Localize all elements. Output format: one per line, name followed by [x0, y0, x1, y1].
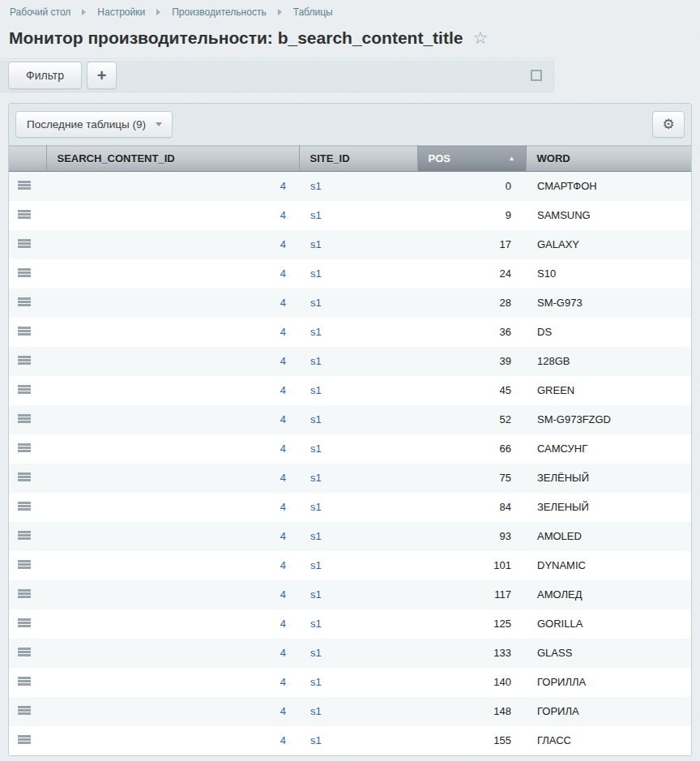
row-menu-icon[interactable] — [18, 356, 31, 365]
row-menu-icon[interactable] — [18, 706, 31, 715]
search-content-id-link[interactable]: 4 — [280, 442, 286, 455]
word-cell: SM-G973 — [526, 289, 691, 318]
site-id-link[interactable]: s1 — [310, 705, 322, 717]
breadcrumb-link-settings[interactable]: Настройки — [97, 6, 145, 18]
site-id-link[interactable]: s1 — [310, 209, 322, 221]
panel-toggle-icon[interactable] — [531, 70, 542, 81]
row-menu-cell — [9, 230, 46, 259]
site-id-link[interactable]: s1 — [310, 501, 322, 513]
search-content-id-link[interactable]: 4 — [280, 355, 286, 367]
word-cell: АМОЛЕД — [526, 580, 691, 609]
row-menu-icon[interactable] — [18, 268, 31, 277]
row-menu-cell — [9, 289, 46, 318]
site-id-link[interactable]: s1 — [310, 326, 322, 338]
word-cell: САМСУНГ — [526, 434, 691, 464]
row-menu-icon[interactable] — [18, 648, 31, 656]
table-row: 4 s1 45 GREEN — [9, 376, 691, 405]
row-menu-icon[interactable] — [18, 502, 31, 511]
site-id-link[interactable]: s1 — [310, 588, 322, 601]
search-content-id-link[interactable]: 4 — [280, 734, 286, 746]
row-menu-icon[interactable] — [18, 297, 31, 306]
table-row: 4 s1 133 GLASS — [9, 639, 691, 668]
search-content-id-cell: 4 — [46, 609, 299, 639]
site-id-link[interactable]: s1 — [310, 384, 322, 396]
row-menu-icon[interactable] — [18, 618, 31, 627]
site-id-link[interactable]: s1 — [310, 734, 322, 746]
filter-button[interactable]: Фильтр — [8, 62, 82, 89]
site-id-link[interactable]: s1 — [310, 297, 322, 309]
search-content-id-link[interactable]: 4 — [280, 705, 286, 717]
table-row: 4 s1 117 АМОЛЕД — [9, 580, 691, 609]
pos-cell: 125 — [417, 609, 526, 639]
row-menu-icon[interactable] — [18, 414, 31, 423]
table-row: 4 s1 125 GORILLA — [9, 609, 691, 639]
recent-tables-dropdown-label: Последние таблицы (9) — [27, 118, 146, 130]
search-content-id-link[interactable]: 4 — [280, 180, 286, 192]
site-id-link[interactable]: s1 — [310, 413, 322, 425]
site-id-link[interactable]: s1 — [310, 559, 322, 571]
column-header-pos[interactable]: POS ▲ — [417, 146, 526, 172]
site-id-link[interactable]: s1 — [310, 180, 322, 192]
row-menu-icon[interactable] — [18, 677, 31, 686]
search-content-id-link[interactable]: 4 — [280, 238, 286, 250]
row-menu-icon[interactable] — [18, 181, 31, 190]
favorite-star-icon[interactable]: ☆ — [472, 30, 488, 46]
add-button[interactable]: + — [87, 62, 117, 89]
row-menu-icon[interactable] — [18, 210, 31, 219]
site-id-link[interactable]: s1 — [310, 472, 322, 484]
site-id-link[interactable]: s1 — [310, 618, 322, 630]
row-menu-icon[interactable] — [18, 385, 31, 394]
row-menu-icon[interactable] — [18, 327, 31, 336]
site-id-link[interactable]: s1 — [310, 238, 322, 250]
row-menu-icon[interactable] — [18, 735, 31, 744]
site-id-link[interactable]: s1 — [310, 355, 322, 367]
search-content-id-link[interactable]: 4 — [280, 588, 286, 601]
site-id-cell: s1 — [299, 172, 417, 201]
search-content-id-link[interactable]: 4 — [280, 501, 286, 513]
search-content-id-link[interactable]: 4 — [280, 676, 286, 688]
search-content-id-link[interactable]: 4 — [280, 413, 286, 425]
word-cell: SM-G973FZGD — [526, 405, 691, 434]
breadcrumb-link-performance[interactable]: Производительность — [172, 6, 266, 18]
breadcrumb-link-desktop[interactable]: Рабочий стол — [10, 6, 70, 18]
search-content-id-link[interactable]: 4 — [280, 297, 286, 309]
search-content-id-link[interactable]: 4 — [280, 326, 286, 338]
row-menu-icon[interactable] — [18, 531, 31, 540]
site-id-link[interactable]: s1 — [310, 676, 322, 688]
breadcrumb-link-tables[interactable]: Таблицы — [293, 6, 333, 18]
word-cell: AMOLED — [526, 522, 691, 551]
row-menu-icon[interactable] — [18, 560, 31, 569]
site-id-link[interactable]: s1 — [310, 530, 322, 542]
site-id-cell: s1 — [299, 405, 417, 434]
pos-cell: 36 — [417, 318, 526, 347]
column-header-site-id[interactable]: SITE_ID — [299, 146, 417, 172]
search-content-id-link[interactable]: 4 — [280, 384, 286, 396]
row-menu-icon[interactable] — [18, 443, 31, 452]
site-id-cell: s1 — [299, 289, 417, 318]
site-id-link[interactable]: s1 — [310, 647, 322, 659]
pos-cell: 28 — [417, 289, 526, 318]
row-menu-icon[interactable] — [18, 472, 31, 481]
grid-settings-button[interactable]: ⚙ — [652, 111, 685, 138]
column-header-word[interactable]: WORD — [526, 146, 691, 172]
word-cell: S10 — [526, 259, 691, 289]
row-menu-cell — [9, 347, 46, 376]
results-table: SEARCH_CONTENT_ID SITE_ID POS ▲ WORD 4 s… — [9, 145, 691, 755]
site-id-link[interactable]: s1 — [310, 442, 322, 455]
row-menu-cell — [9, 376, 46, 405]
search-content-id-link[interactable]: 4 — [280, 530, 286, 542]
recent-tables-dropdown[interactable]: Последние таблицы (9) — [15, 111, 173, 138]
column-header-search-content-id[interactable]: SEARCH_CONTENT_ID — [46, 146, 299, 172]
search-content-id-link[interactable]: 4 — [280, 209, 286, 221]
row-menu-icon[interactable] — [18, 239, 31, 248]
search-content-id-link[interactable]: 4 — [280, 647, 286, 659]
site-id-link[interactable]: s1 — [310, 267, 322, 280]
search-content-id-cell: 4 — [46, 376, 299, 405]
row-menu-icon[interactable] — [18, 589, 31, 598]
site-id-cell: s1 — [299, 726, 417, 755]
search-content-id-link[interactable]: 4 — [280, 618, 286, 630]
search-content-id-link[interactable]: 4 — [280, 559, 286, 571]
pos-cell: 93 — [417, 522, 526, 551]
search-content-id-link[interactable]: 4 — [280, 472, 286, 484]
search-content-id-link[interactable]: 4 — [280, 267, 286, 280]
